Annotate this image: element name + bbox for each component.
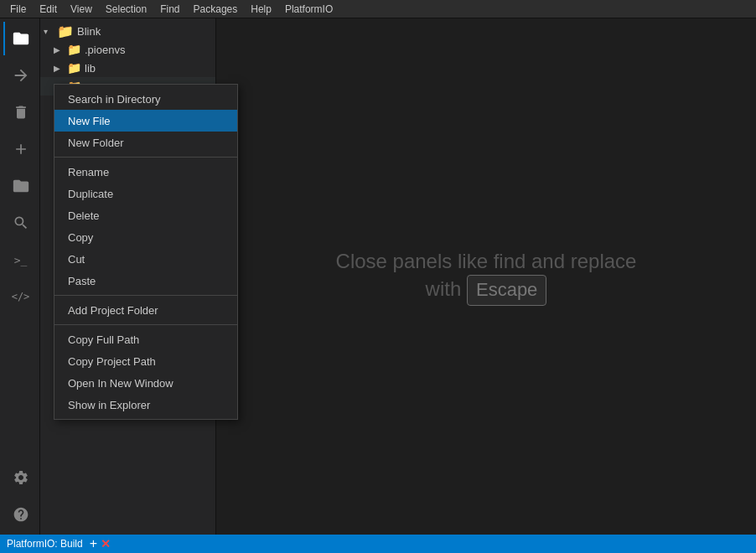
folder2-icon[interactable]	[3, 169, 37, 203]
ctx-duplicate[interactable]: Duplicate	[54, 183, 237, 204]
ctx-paste[interactable]: Paste	[54, 270, 237, 292]
ctx-sep2	[54, 295, 237, 296]
upload-icon[interactable]	[3, 132, 37, 166]
search2-icon[interactable]	[3, 206, 37, 240]
menu-edit[interactable]: Edit	[33, 0, 64, 18]
tree-lib[interactable]: ▶ 📁 lib	[40, 59, 215, 77]
status-bar: PlatformIO: Build + ✕	[0, 535, 756, 553]
menu-help[interactable]: Help	[244, 0, 278, 18]
ctx-copy-project-path[interactable]: Copy Project Path	[54, 350, 237, 372]
trash-icon[interactable]	[3, 96, 37, 129]
root-label: Blink	[77, 25, 101, 38]
menu-find[interactable]: Find	[153, 0, 186, 18]
ctx-sep3	[54, 324, 237, 325]
lib-label: lib	[85, 62, 96, 75]
ctx-sep1	[54, 157, 237, 158]
pioenvs-label: .pioenvs	[85, 44, 125, 56]
activity-bar: >_ </>	[0, 18, 40, 535]
menu-packages[interactable]: Packages	[187, 0, 245, 18]
hint-line1: Close panels like find and replace	[336, 247, 637, 276]
tree-pioenvs[interactable]: ▶ 📁 .pioenvs	[40, 40, 215, 59]
status-text: PlatformIO: Build	[7, 538, 83, 550]
folder-icon: 📁	[67, 61, 81, 75]
hint-text: Close panels like find and replace with …	[336, 247, 637, 306]
terminal2-icon[interactable]: >_	[3, 243, 37, 276]
ctx-show-in-explorer[interactable]: Show in Explorer	[54, 394, 237, 416]
ctx-new-folder[interactable]: New Folder	[54, 132, 237, 153]
context-menu: Search in Directory New File New Folder …	[54, 84, 238, 420]
tree-root[interactable]: ▾ 📁 Blink	[40, 22, 215, 40]
folder-icon: 📁	[67, 43, 81, 56]
status-plus-icon[interactable]: +	[90, 536, 97, 551]
hint-line2: with Escape	[336, 275, 637, 306]
ctx-search-in-directory[interactable]: Search in Directory	[54, 88, 237, 110]
menu-bar: File Edit View Selection Find Packages H…	[0, 0, 756, 18]
menu-view[interactable]: View	[64, 0, 99, 18]
menu-selection[interactable]: Selection	[99, 0, 153, 18]
root-folder-icon: 📁	[57, 23, 74, 39]
expand-arrow: ▶	[54, 64, 67, 73]
arrow-icon[interactable]	[3, 59, 37, 92]
ctx-new-file[interactable]: New File	[54, 110, 237, 132]
explorer-icon[interactable]	[3, 22, 37, 55]
ctx-delete[interactable]: Delete	[54, 204, 237, 226]
help2-icon[interactable]	[3, 498, 37, 531]
ctx-cut[interactable]: Cut	[54, 248, 237, 270]
ctx-open-new-window[interactable]: Open In New Window	[54, 372, 237, 394]
ctx-copy[interactable]: Copy	[54, 226, 237, 248]
main-content: Close panels like find and replace with …	[216, 18, 756, 535]
expand-arrow: ▾	[44, 27, 57, 36]
ctx-add-project-folder[interactable]: Add Project Folder	[54, 299, 237, 321]
status-icons: + ✕	[90, 536, 111, 551]
code2-icon[interactable]: </>	[3, 280, 37, 313]
menu-platformio[interactable]: PlatformIO	[278, 0, 339, 18]
status-close-icon[interactable]: ✕	[101, 537, 111, 550]
ctx-rename[interactable]: Rename	[54, 161, 237, 183]
expand-arrow: ▶	[54, 45, 67, 54]
ctx-copy-full-path[interactable]: Copy Full Path	[54, 328, 237, 350]
menu-file[interactable]: File	[3, 0, 33, 18]
gear-icon[interactable]	[3, 461, 37, 494]
escape-badge: Escape	[467, 275, 546, 306]
